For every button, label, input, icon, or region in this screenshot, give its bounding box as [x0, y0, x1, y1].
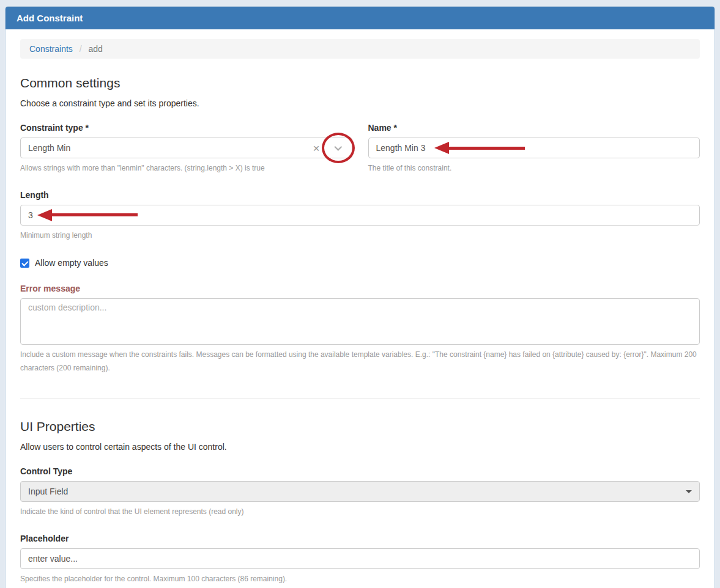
constraint-type-label: Constraint type *	[20, 123, 352, 133]
constraint-type-dropdown-toggle[interactable]	[326, 138, 352, 158]
name-input-wrap	[368, 138, 700, 158]
placeholder-group: Placeholder Specifies the placeholder fo…	[20, 534, 700, 586]
breadcrumb: Constraints / add	[20, 39, 700, 59]
clear-icon[interactable]: ×	[306, 142, 325, 154]
length-label: Length	[20, 190, 700, 200]
constraint-type-select[interactable]: Length Min ×	[20, 138, 352, 158]
breadcrumb-current: add	[88, 44, 102, 54]
constraint-type-group: Constraint type * Length Min × Allows st…	[20, 123, 352, 175]
placeholder-help: Specifies the placeholder for the contro…	[20, 573, 700, 586]
control-type-help: Indicate the kind of control that the UI…	[20, 505, 700, 519]
length-input-wrap	[20, 205, 700, 226]
add-constraint-panel: Add Constraint Constraints / add Common …	[5, 6, 715, 588]
caret-down-icon	[686, 490, 692, 493]
error-message-group: Error message Include a custom message w…	[20, 284, 700, 375]
common-settings-subheading: Choose a constraint type and set its pro…	[20, 98, 700, 108]
name-group: Name * The title of this constraint.	[368, 123, 700, 175]
placeholder-label: Placeholder	[20, 534, 700, 543]
ui-properties-subheading: Allow users to control certain aspects o…	[20, 442, 700, 452]
panel-title: Add Constraint	[17, 13, 83, 23]
error-message-help: Include a custom message when the constr…	[20, 348, 700, 375]
section-divider	[20, 398, 700, 399]
control-type-select: Input Field	[20, 481, 700, 502]
allow-empty-row: Allow empty values	[20, 258, 700, 268]
chevron-down-icon	[334, 143, 342, 151]
common-settings-heading: Common settings	[20, 76, 700, 90]
control-type-label: Control Type	[20, 466, 700, 476]
allow-empty-label: Allow empty values	[35, 258, 108, 268]
panel-body: Constraints / add Common settings Choose…	[6, 29, 714, 588]
error-message-textarea[interactable]	[20, 298, 700, 345]
breadcrumb-separator: /	[80, 44, 82, 54]
control-type-group: Control Type Input Field Indicate the ki…	[20, 466, 700, 519]
constraint-type-help: Allows strings with more than "lenmin" c…	[20, 162, 352, 175]
allow-empty-checkbox[interactable]	[20, 259, 29, 268]
name-help: The title of this constraint.	[368, 162, 700, 175]
panel-header: Add Constraint	[6, 7, 714, 29]
length-input[interactable]	[20, 205, 700, 226]
breadcrumb-link-constraints[interactable]: Constraints	[29, 44, 73, 54]
name-input[interactable]	[368, 138, 700, 158]
name-label: Name *	[368, 123, 700, 133]
ui-properties-heading: UI Properties	[20, 419, 700, 434]
length-help: Minimum string length	[20, 229, 700, 243]
error-message-label: Error message	[20, 284, 700, 293]
placeholder-input[interactable]	[20, 548, 700, 569]
control-type-value: Input Field	[28, 487, 68, 496]
constraint-type-name-row: Constraint type * Length Min × Allows st…	[20, 123, 700, 190]
constraint-type-value: Length Min	[28, 143, 306, 153]
length-group: Length Minimum string length	[20, 190, 700, 243]
